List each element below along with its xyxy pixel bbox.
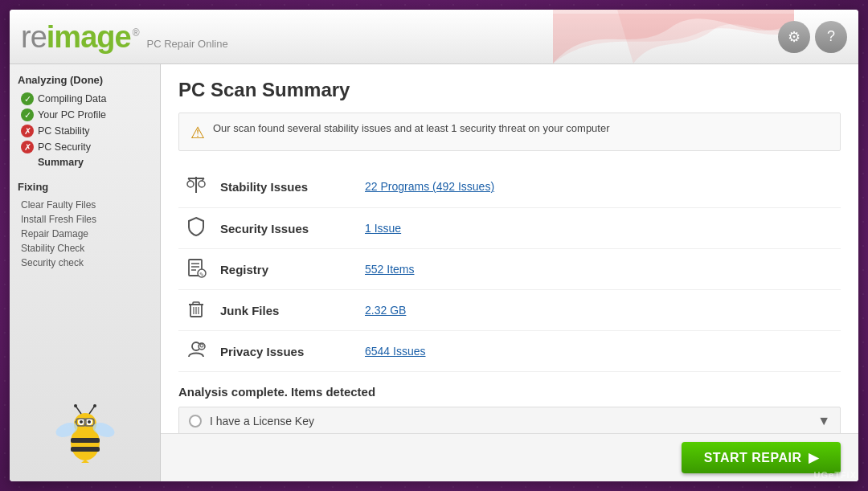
fixing-section: Fixing Clear Faulty Files Install Fresh … (18, 181, 152, 270)
issues-table: Stability Issues 22 Programs (492 Issues… (178, 166, 841, 372)
table-row: Stability Issues 22 Programs (492 Issues… (178, 166, 841, 208)
junk-files-label: Junk Files (214, 290, 358, 331)
svg-point-6 (80, 420, 83, 423)
registry-value[interactable]: 552 Items (358, 249, 841, 290)
table-row: Junk Files 2.32 GB (178, 290, 841, 331)
analysis-complete: Analysis complete. Items detected (178, 385, 841, 399)
fixing-stability-check[interactable]: Stability Check (18, 241, 152, 256)
start-repair-button[interactable]: START REPAIR ▶ (682, 442, 841, 473)
privacy-issues-label: Privacy Issues (214, 331, 358, 372)
fixing-repair-damage[interactable]: Repair Damage (18, 227, 152, 241)
license-radio[interactable] (189, 415, 202, 428)
page-title: PC Scan Summary (178, 79, 841, 101)
content-panel: PC Scan Summary ⚠ Our scan found several… (161, 64, 858, 481)
registry-label: Registry (214, 249, 358, 290)
stability-issues-label: Stability Issues (214, 166, 358, 208)
tools-button[interactable]: ⚙ (778, 21, 810, 53)
header-decoration (553, 10, 794, 63)
sidebar-compiling-label: Compiling Data (38, 93, 106, 104)
logo-reg: ® (133, 27, 139, 39)
scales-icon (185, 174, 207, 196)
fixing-security-check[interactable]: Security check (18, 256, 152, 270)
analyzing-title: Analyzing (Done) (18, 74, 152, 86)
sidebar-stability-label: PC Stability (38, 125, 90, 137)
table-row: Security Issues 1 Issue (178, 208, 841, 249)
sidebar-profile-label: Your PC Profile (38, 109, 106, 121)
sidebar-summary-label: Summary (38, 157, 84, 168)
main-content: Analyzing (Done) ✓ Compiling Data ✓ Your… (10, 64, 858, 481)
svg-rect-1 (71, 438, 100, 443)
sidebar: Analyzing (Done) ✓ Compiling Data ✓ Your… (10, 64, 161, 481)
help-button[interactable]: ? (815, 21, 847, 53)
junk-icon-cell (178, 290, 214, 331)
stability-issues-value[interactable]: 22 Programs (492 Issues) (358, 166, 841, 208)
license-left: I have a License Key (189, 415, 314, 428)
security-icon-cell (178, 208, 214, 249)
table-row: Privacy Issues 6544 Issues (178, 331, 841, 372)
dropdown-arrow-icon[interactable]: ▼ (817, 414, 830, 428)
alert-text: Our scan found several stability issues … (213, 121, 610, 136)
watermark: UGeTFiX (814, 470, 857, 480)
privacy-icon-cell (178, 331, 214, 372)
app-window: reimage® PC Repair Online ⚙ ? (10, 10, 858, 481)
fixing-install-fresh[interactable]: Install Fresh Files (18, 212, 152, 227)
registry-icon-cell: ✎ (178, 249, 214, 290)
bee-illustration-area (18, 390, 152, 472)
svg-point-7 (88, 420, 91, 423)
check-red-icon: ✗ (21, 141, 34, 153)
logo: reimage® PC Repair Online (21, 22, 228, 52)
table-row: ✎ Registry 552 Items (178, 249, 841, 290)
trash-icon (186, 298, 207, 319)
logo-text: reimage® (21, 22, 138, 52)
check-green-icon: ✓ (21, 92, 34, 105)
security-issues-value[interactable]: 1 Issue (358, 208, 841, 249)
header: reimage® PC Repair Online ⚙ ? (10, 10, 858, 64)
security-issues-label: Security Issues (214, 208, 358, 249)
svg-rect-2 (71, 447, 100, 452)
svg-point-3 (74, 413, 96, 436)
sidebar-item-profile[interactable]: ✓ Your PC Profile (18, 107, 152, 123)
content-footer: START REPAIR ▶ (161, 433, 858, 481)
sidebar-item-security[interactable]: ✗ PC Security (18, 139, 152, 155)
privacy-icon (186, 339, 207, 360)
sidebar-item-compiling[interactable]: ✓ Compiling Data (18, 91, 152, 107)
logo-area: reimage® PC Repair Online (21, 22, 228, 52)
svg-rect-32 (193, 302, 199, 305)
stability-icon-cell (178, 166, 214, 208)
shield-icon (186, 216, 207, 237)
logo-image: image (47, 20, 131, 54)
svg-point-21 (199, 181, 205, 187)
bee-svg (49, 396, 121, 468)
sidebar-item-summary[interactable]: Summary (18, 155, 152, 170)
svg-point-16 (93, 404, 96, 407)
check-red-icon: ✗ (21, 125, 34, 137)
check-green-icon: ✓ (21, 108, 34, 121)
svg-point-20 (187, 181, 194, 187)
fixing-title: Fixing (18, 181, 152, 193)
header-icons: ⚙ ? (778, 21, 847, 53)
license-text: I have a License Key (210, 415, 314, 428)
start-repair-arrow-icon: ▶ (809, 450, 819, 465)
svg-text:✎: ✎ (199, 272, 204, 277)
license-row[interactable]: I have a License Key ▼ (178, 407, 841, 433)
tools-icon: ⚙ (788, 28, 800, 46)
fixing-clear-faulty[interactable]: Clear Faulty Files (18, 198, 152, 212)
sidebar-item-stability[interactable]: ✗ PC Stability (18, 123, 152, 139)
sidebar-security-label: PC Security (38, 141, 91, 153)
registry-icon: ✎ (186, 257, 207, 278)
logo-re: re (21, 20, 47, 54)
privacy-issues-value[interactable]: 6544 Issues (358, 331, 841, 372)
content-body: PC Scan Summary ⚠ Our scan found several… (161, 64, 858, 433)
junk-files-value[interactable]: 2.32 GB (358, 290, 841, 331)
svg-point-14 (74, 404, 77, 407)
start-repair-label: START REPAIR (704, 451, 802, 465)
svg-marker-17 (81, 460, 89, 463)
alert-box: ⚠ Our scan found several stability issue… (178, 113, 841, 151)
help-icon: ? (827, 28, 835, 45)
alert-icon: ⚠ (190, 123, 205, 142)
logo-subtitle: PC Repair Online (146, 38, 227, 50)
